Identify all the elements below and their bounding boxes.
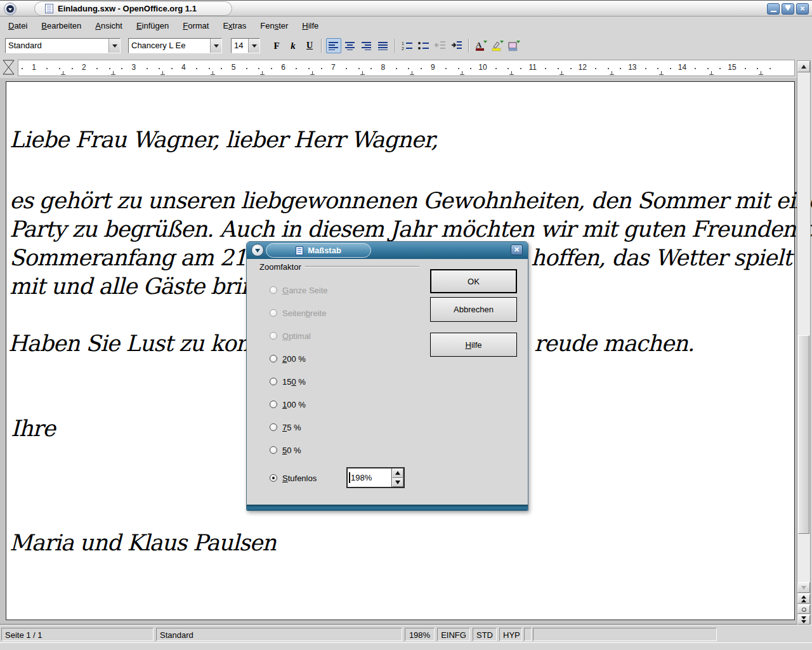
hilfe-button[interactable]: Hilfe	[430, 333, 517, 357]
radio-circle-icon[interactable]	[270, 401, 277, 408]
maximize-button[interactable]	[782, 3, 794, 15]
radio-stufenlos[interactable]: Stufenlos	[270, 471, 317, 485]
tab-stop-marker[interactable]	[160, 71, 165, 75]
spin-up-button[interactable]	[392, 468, 403, 478]
radio-150-[interactable]: 150 %	[270, 375, 306, 388]
style-dropdown-button[interactable]	[108, 39, 120, 53]
radio-circle-icon[interactable]	[270, 378, 277, 385]
font-dropdown-button[interactable]	[210, 39, 221, 53]
next-page-button[interactable]	[797, 615, 810, 625]
ruler-tick	[570, 68, 572, 69]
previous-page-button[interactable]	[797, 594, 810, 604]
tab-stop-marker[interactable]	[61, 71, 65, 75]
status-seite-1-1[interactable]: Seite 1 / 1	[1, 628, 154, 641]
increase-indent-button[interactable]	[449, 38, 464, 53]
tab-stop-marker[interactable]	[260, 71, 265, 75]
status-standard[interactable]: Standard	[156, 628, 402, 641]
menu-datei[interactable]: Datei	[1, 18, 34, 33]
tab-stop-marker[interactable]	[659, 71, 664, 75]
arrow-down-icon	[801, 586, 806, 590]
abbrechen-button[interactable]: Abbrechen	[430, 297, 517, 322]
size-dropdown-button[interactable]	[248, 39, 259, 53]
scrollbar-thumb[interactable]	[798, 335, 809, 534]
tab-stop-marker[interactable]	[111, 71, 115, 75]
menu-format[interactable]: Format	[176, 18, 216, 33]
tab-stop-marker[interactable]	[211, 71, 215, 75]
bottom-strip	[0, 642, 812, 650]
status-einfg[interactable]: EINFG	[437, 628, 470, 641]
radio-200-[interactable]: 200 %	[270, 352, 306, 366]
ok-button[interactable]: OK	[430, 269, 517, 293]
radio-circle-icon[interactable]	[270, 423, 277, 431]
font-name-select[interactable]: Chancery L Ee	[128, 38, 222, 53]
paragraph-style-select[interactable]: Standard	[5, 38, 121, 53]
radio-75-[interactable]: 75 %	[270, 420, 301, 434]
tab-stop-marker[interactable]	[460, 71, 464, 75]
decrease-indent-button[interactable]	[433, 38, 448, 53]
close-button[interactable]: ✕	[796, 3, 809, 15]
ruler-tick	[370, 68, 372, 69]
status-198-[interactable]: 198%	[405, 628, 435, 641]
bullet-list-button[interactable]	[416, 38, 431, 53]
tab-stop-marker[interactable]	[759, 71, 763, 75]
tab-stop-marker[interactable]	[310, 71, 315, 75]
dialog-titlebar[interactable]: Maßstab ✕	[247, 242, 528, 259]
radio-circle-icon	[270, 332, 277, 340]
scroll-down-button[interactable]	[797, 582, 810, 593]
status-hyp[interactable]: HYP	[499, 628, 522, 641]
scroll-up-button[interactable]	[797, 61, 810, 72]
status-std[interactable]: STD	[473, 628, 497, 641]
status-empty-cell[interactable]	[533, 628, 717, 641]
radio-circle-icon[interactable]	[270, 446, 277, 454]
align-right-button[interactable]	[359, 38, 374, 53]
menu-fenster[interactable]: Fenster	[253, 18, 295, 33]
bold-button[interactable]: F	[269, 38, 284, 53]
paragraph-background-button[interactable]	[506, 38, 521, 53]
radio-ganze-seite: Ganze Seite	[270, 283, 328, 297]
spin-down-button[interactable]	[392, 478, 403, 488]
align-center-button[interactable]	[343, 38, 358, 53]
radio-50-[interactable]: 50 %	[270, 443, 301, 457]
dialog-close-button[interactable]: ✕	[511, 244, 523, 255]
highlighting-button[interactable]	[490, 38, 505, 53]
tab-stop-marker[interactable]	[560, 71, 564, 75]
tab-stop-marker[interactable]	[610, 71, 614, 75]
tab-stop-marker[interactable]	[410, 71, 414, 75]
justify-button[interactable]	[376, 38, 391, 53]
radio-circle-icon[interactable]	[270, 474, 277, 482]
navigation-button[interactable]	[797, 605, 810, 614]
paragraph-background-icon	[508, 40, 520, 51]
font-size-select[interactable]: 14	[231, 38, 260, 53]
text-caret	[349, 472, 350, 483]
vertical-scrollbar[interactable]	[797, 60, 811, 625]
menu-hilfe[interactable]: Hilfe	[295, 18, 325, 33]
menu-einfügen[interactable]: Einfügen	[129, 18, 176, 33]
minimize-button[interactable]	[767, 3, 780, 15]
tab-stop-marker[interactable]	[360, 71, 365, 75]
underline-button[interactable]: U	[302, 38, 317, 53]
align-left-button[interactable]	[326, 38, 341, 53]
dialog-menu-button[interactable]	[251, 244, 264, 256]
ruler-tick	[358, 68, 360, 69]
ruler-number: 7	[331, 63, 336, 72]
horizontal-ruler[interactable]: 123456789101112131415	[18, 60, 795, 76]
status-empty-cell[interactable]	[524, 628, 532, 641]
indent-markers-icon[interactable]	[2, 58, 16, 76]
font-color-button[interactable]: A	[473, 38, 488, 53]
tab-stop-marker[interactable]	[509, 71, 514, 75]
menu-bearbeiten[interactable]: Bearbeiten	[34, 18, 88, 33]
window-menu-button[interactable]	[4, 3, 16, 15]
menu-ansicht[interactable]: Ansicht	[88, 18, 129, 33]
chevron-down-icon	[252, 44, 257, 48]
ruler-tick	[221, 68, 222, 69]
title-pill[interactable]: Einladung.sxw - OpenOffice.org 1.1	[34, 1, 232, 16]
numbered-list-button[interactable]: 12	[400, 38, 415, 53]
zoom-value-spinbox[interactable]: 198%	[346, 467, 405, 488]
radio-100-[interactable]: 100 %	[270, 397, 306, 411]
tab-stop-marker[interactable]	[709, 71, 714, 75]
ruler-number: 3	[132, 63, 136, 72]
menu-extras[interactable]: Extras	[216, 18, 253, 33]
italic-button[interactable]: k	[285, 38, 301, 53]
ruler-tick	[608, 68, 609, 69]
radio-circle-icon[interactable]	[270, 355, 277, 362]
